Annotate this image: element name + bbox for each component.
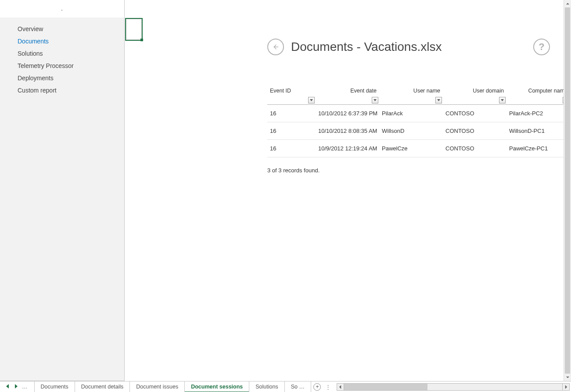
hscroll-left-button[interactable] [337, 383, 344, 391]
chevron-right-icon [564, 385, 567, 389]
decorative-dot: • [61, 9, 62, 11]
cell-event-date: 10/10/2012 6:37:39 PM [316, 105, 379, 122]
hscroll-thumb[interactable] [344, 384, 427, 390]
sheet-tab-strip: … DocumentsDocument detailsDocument issu… [0, 381, 571, 392]
cell-user-name: PawelCze [379, 140, 443, 157]
sidebar-item-telemetry-processor[interactable]: Telemetry Processor [0, 60, 124, 72]
hscroll-right-button[interactable] [562, 383, 570, 391]
chevron-down-icon [501, 99, 504, 101]
sidebar-item-deployments[interactable]: Deployments [0, 72, 124, 84]
filter-dropdown-button[interactable] [435, 97, 442, 103]
data-table: Event IDEvent dateUser nameUser domainCo… [267, 88, 571, 157]
chevron-down-icon [310, 99, 313, 101]
table-row[interactable]: 1610/10/2012 8:08:35 AMWillsonDCONTOSOWi… [267, 122, 571, 140]
chevron-down-icon [566, 375, 570, 379]
filter-dropdown-button[interactable] [372, 97, 378, 103]
cell-computer-name: WillsonD-PC1 [506, 122, 570, 140]
filter-dropdown-button[interactable] [308, 97, 315, 103]
chevron-left-icon [339, 385, 342, 389]
column-header-event-id[interactable]: Event ID [267, 88, 316, 105]
cell-computer-name: PawelCze-PC1 [506, 140, 570, 157]
sheet-tabs: DocumentsDocument detailsDocument issues… [34, 381, 311, 392]
plus-icon: + [313, 383, 321, 391]
back-button[interactable] [267, 39, 284, 55]
cell-user-domain: CONTOSO [443, 140, 506, 157]
sidebar: • OverviewDocumentsSolutionsTelemetry Pr… [0, 0, 125, 381]
vertical-scrollbar[interactable] [564, 0, 571, 381]
tab-so-[interactable]: So … [285, 381, 311, 392]
horizontal-scrollbar[interactable] [337, 383, 570, 391]
cell-user-domain: CONTOSO [443, 105, 506, 122]
main-area: Documents - Vacations.xlsx ? Event IDEve… [125, 0, 571, 381]
header-row: Documents - Vacations.xlsx ? [267, 39, 571, 55]
column-header-user-domain[interactable]: User domain [443, 88, 506, 105]
cell-user-name: PilarAck [379, 105, 443, 122]
page-title: Documents - Vacations.xlsx [291, 40, 442, 54]
column-header-user-name[interactable]: User name [379, 88, 443, 105]
tab-separator-icon: ⋮ [323, 381, 333, 392]
tab-documents[interactable]: Documents [34, 381, 75, 392]
cell-event-id: 16 [267, 122, 316, 140]
record-count-status: 3 of 3 records found. [267, 167, 571, 174]
cell-computer-name: PilarAck-PC2 [506, 105, 570, 122]
sidebar-item-documents[interactable]: Documents [0, 35, 124, 47]
chevron-down-icon [373, 99, 377, 101]
help-button[interactable]: ? [533, 39, 550, 55]
cell-event-date: 10/10/2012 8:08:35 AM [316, 122, 379, 140]
chevron-up-icon [566, 2, 570, 6]
add-sheet-button[interactable]: + [311, 381, 323, 392]
scroll-down-button[interactable] [564, 374, 571, 381]
data-table-wrap: Event IDEvent dateUser nameUser domainCo… [267, 88, 571, 157]
sidebar-item-custom-report[interactable]: Custom report [0, 84, 124, 96]
tab-document-issues[interactable]: Document issues [130, 381, 185, 392]
scroll-up-button[interactable] [564, 0, 571, 7]
table-header-row: Event IDEvent dateUser nameUser domainCo… [267, 88, 571, 105]
tab-solutions[interactable]: Solutions [249, 381, 284, 392]
help-icon: ? [539, 41, 544, 53]
chevron-down-icon [437, 99, 440, 101]
tab-document-sessions[interactable]: Document sessions [185, 381, 249, 392]
column-header-computer-name[interactable]: Computer name [506, 88, 570, 105]
table-row[interactable]: 1610/10/2012 6:37:39 PMPilarAckCONTOSOPi… [267, 105, 571, 122]
tab-nav-controls: … [0, 381, 34, 392]
cell-selection-marker[interactable] [125, 18, 143, 41]
table-row[interactable]: 1610/9/2012 12:19:24 AMPawelCzeCONTOSOPa… [267, 140, 571, 157]
nav-list: OverviewDocumentsSolutionsTelemetry Proc… [0, 23, 124, 96]
cell-user-domain: CONTOSO [443, 122, 506, 140]
tab-nav-more-icon[interactable]: … [22, 384, 28, 390]
sidebar-item-overview[interactable]: Overview [0, 23, 124, 35]
table-body: 1610/10/2012 6:37:39 PMPilarAckCONTOSOPi… [267, 105, 571, 157]
sidebar-item-solutions[interactable]: Solutions [0, 47, 124, 60]
filter-dropdown-button[interactable] [499, 97, 506, 103]
vertical-scroll-thumb[interactable] [565, 7, 570, 374]
column-header-event-date[interactable]: Event date [316, 88, 379, 105]
back-arrow-icon [272, 43, 280, 51]
cell-event-date: 10/9/2012 12:19:24 AM [316, 140, 379, 157]
tab-document-details[interactable]: Document details [75, 381, 130, 392]
tab-nav-prev[interactable] [6, 384, 10, 390]
cell-event-id: 16 [267, 105, 316, 122]
hscroll-track[interactable] [344, 383, 562, 391]
cell-event-id: 16 [267, 140, 316, 157]
tab-nav-next[interactable] [14, 384, 18, 390]
cell-user-name: WillsonD [379, 122, 443, 140]
